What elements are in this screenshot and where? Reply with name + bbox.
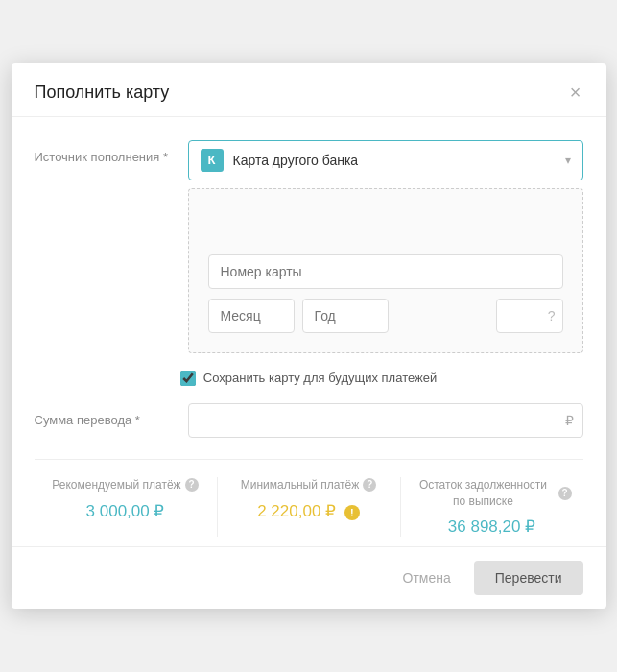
card-cvv-wrap: ? [496,299,563,333]
modal-header: Пополнить карту × [12,63,606,117]
source-select-text: Карта другого банка [233,153,558,168]
amount-row: Сумма перевода * ₽ [35,403,583,438]
modal-footer: Отмена Перевести [12,546,606,609]
source-select[interactable]: К Карта другого банка ▾ [188,140,583,180]
minimum-info-icon[interactable]: ? [363,478,376,492]
source-row: Источник пополнения * К Карта другого ба… [35,140,583,353]
modal-body: Источник пополнения * К Карта другого ба… [12,117,606,547]
card-year-input[interactable] [302,299,389,333]
amount-currency: ₽ [565,413,574,428]
balance-value: 36 898,20 ₽ [413,516,572,537]
close-button[interactable]: × [568,83,583,102]
card-expiry-row: ? [208,299,563,333]
save-card-checkbox[interactable] [180,371,196,386]
balance-title: Остаток задолженности по выписке ? [413,477,572,510]
recommended-payment-value: 3 000,00 ₽ [46,501,205,521]
recommended-payment-title: Рекомендуемый платёж ? [46,477,205,493]
modal-dialog: Пополнить карту × Источник пополнения * … [12,63,606,610]
transfer-button[interactable]: Перевести [474,561,583,595]
amount-input[interactable] [188,403,583,438]
save-card-row: Сохранить карту для будущих платежей [35,371,583,386]
card-logo-area [208,212,563,243]
minimum-payment-col: Минимальный платёж ? 2 220,00 ₽ ! [218,477,401,538]
recommended-info-icon[interactable]: ? [185,478,199,492]
cancel-button[interactable]: Отмена [392,563,463,593]
balance-info-icon[interactable]: ? [558,487,572,500]
card-number-input[interactable] [208,254,563,289]
source-select-wrap: К Карта другого банка ▾ ? [188,140,583,353]
card-input-area: ? [188,188,583,353]
modal-title: Пополнить карту [35,83,170,103]
recommended-payment-col: Рекомендуемый платёж ? 3 000,00 ₽ [35,477,218,538]
minimum-payment-value: 2 220,00 ₽ ! [229,501,389,521]
amount-label: Сумма перевода * [35,413,188,427]
minimum-payment-title: Минимальный платёж ? [229,477,389,493]
amount-input-wrap: ₽ [188,403,583,438]
cvv-help-icon[interactable]: ? [548,308,556,324]
save-card-label[interactable]: Сохранить карту для будущих платежей [203,371,437,385]
payment-info-row: Рекомендуемый платёж ? 3 000,00 ₽ Минима… [35,459,583,547]
source-bank-icon: К [201,149,224,172]
balance-col: Остаток задолженности по выписке ? 36 89… [401,477,583,538]
card-month-input[interactable] [208,299,295,333]
dropdown-arrow-icon: ▾ [565,154,571,167]
minimum-warn-icon[interactable]: ! [344,505,360,520]
source-label: Источник пополнения * [35,140,188,164]
